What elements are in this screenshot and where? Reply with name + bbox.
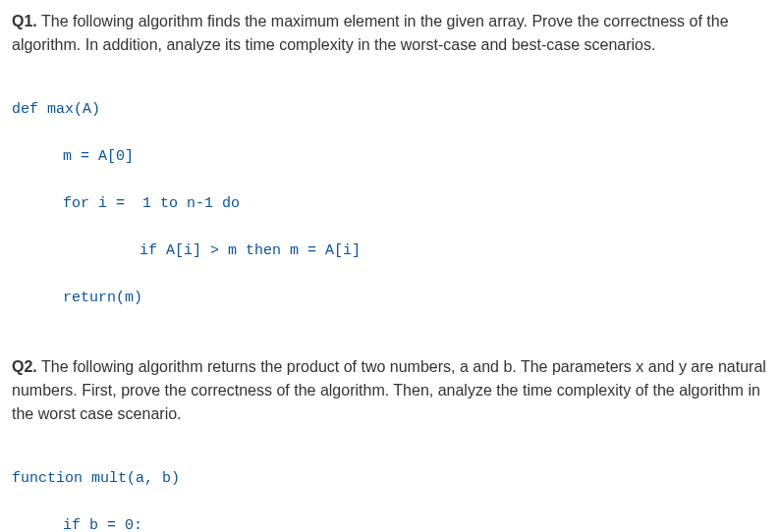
q2-code: function mult(a, b) if b = 0: return 0 e… bbox=[12, 444, 768, 532]
q1-label: Q1. bbox=[12, 13, 37, 29]
q2-label: Q2. bbox=[12, 358, 37, 375]
q2-text: The following algorithm returns the prod… bbox=[12, 358, 766, 422]
code-line: m = A[0] bbox=[12, 145, 768, 169]
q2-prompt: Q2. The following algorithm returns the … bbox=[12, 355, 768, 426]
code-line: if b = 0: bbox=[12, 514, 768, 532]
code-line: if A[i] > m then m = A[i] bbox=[12, 239, 768, 263]
code-line: for i = 1 to n-1 do bbox=[12, 192, 768, 216]
code-line: function mult(a, b) bbox=[12, 467, 768, 491]
code-line: return(m) bbox=[12, 287, 768, 310]
code-line: def max(A) bbox=[12, 98, 768, 122]
q1-code: def max(A) m = A[0] for i = 1 to n-1 do … bbox=[12, 75, 768, 334]
q1-text: The following algorithm finds the maximu… bbox=[12, 13, 729, 53]
q1-prompt: Q1. The following algorithm finds the ma… bbox=[12, 10, 768, 57]
